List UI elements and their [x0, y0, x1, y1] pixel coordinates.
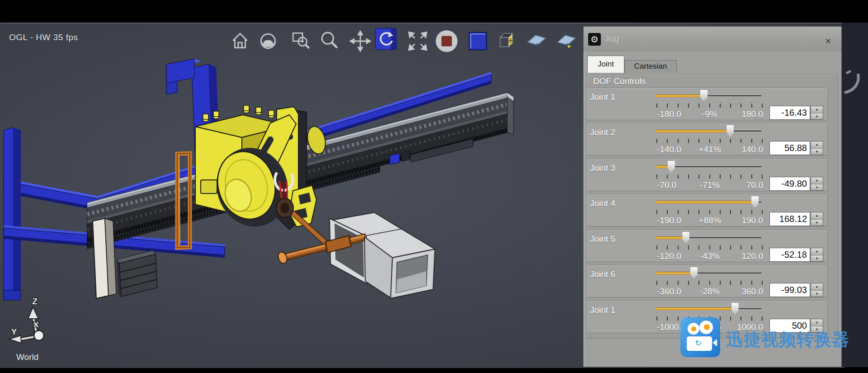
slider-thumb[interactable]	[751, 196, 759, 208]
joint-spinner[interactable]: ▲▼	[811, 212, 823, 226]
jog-panel: ⚙ Jog ✕ Joint Cartesian DOF Controls Joi…	[583, 26, 842, 367]
spin-up-icon[interactable]: ▲	[811, 212, 823, 219]
joint-max: 120.0	[725, 251, 763, 261]
workplane-alt-icon[interactable]	[555, 28, 578, 54]
joint-slider[interactable]	[656, 301, 761, 316]
zoom-icon[interactable]	[318, 28, 341, 54]
joint-value-input[interactable]: -52.18	[769, 248, 810, 262]
axis-x-label: X	[33, 321, 39, 329]
slider-fill	[656, 236, 686, 239]
joint-label: Joint 1	[590, 305, 615, 315]
slider-ticks	[656, 246, 763, 250]
joint-label: Joint 4	[590, 198, 615, 208]
refresh-icon: ↻	[695, 338, 702, 348]
spin-up-icon[interactable]: ▲	[811, 283, 823, 290]
slider-fill	[656, 130, 730, 132]
slider-ticks	[656, 139, 763, 143]
slider-thumb[interactable]	[668, 161, 675, 173]
close-icon[interactable]: ✕	[825, 37, 831, 46]
joint-value-input[interactable]: -49.80	[769, 177, 810, 191]
slider-ticks	[656, 210, 763, 214]
joint-row: Joint 3 -70.0 -71% 70.0 -49.80 ▲▼	[586, 159, 828, 191]
jog-panel-title: Jog	[604, 34, 619, 44]
joint-spinner[interactable]: ▲▼	[811, 177, 823, 191]
joint-value-input[interactable]: -16.43	[769, 106, 810, 120]
tab-joint[interactable]: Joint	[587, 56, 624, 73]
viewport-color-icon[interactable]	[466, 28, 490, 54]
dof-controls-title: DOF Controls	[593, 76, 646, 86]
joint-max: 190.0	[725, 216, 763, 226]
joint-slider[interactable]	[656, 265, 761, 281]
joint-value-input[interactable]: 168.12	[769, 212, 810, 226]
spin-down-icon[interactable]: ▼	[811, 255, 823, 262]
joint-spinner[interactable]: ▲▼	[811, 106, 823, 120]
gear-icon: ⚙	[588, 33, 601, 46]
slider-fill	[656, 201, 755, 203]
rotate-view-icon[interactable]	[375, 27, 398, 52]
slider-ticks	[656, 175, 763, 179]
view-toolbar	[0, 25, 583, 57]
support-post	[93, 218, 116, 298]
fit-view-icon[interactable]	[406, 28, 429, 54]
joint-row: Joint 2 -140.0 +41% 140.0 56.88 ▲▼	[586, 123, 828, 156]
watermark-camera-icon: ↻	[680, 317, 720, 357]
slider-fill	[656, 94, 704, 97]
joint-slider[interactable]	[656, 88, 761, 104]
joint-slider[interactable]	[656, 123, 761, 139]
record-icon[interactable]	[435, 28, 458, 54]
spin-down-icon[interactable]: ▼	[811, 290, 823, 297]
slider-thumb[interactable]	[690, 267, 698, 279]
slider-fill	[656, 307, 735, 310]
spin-up-icon[interactable]: ▲	[811, 248, 823, 255]
joint-value-input[interactable]: 56.88	[769, 141, 810, 155]
joint-slider[interactable]	[656, 194, 761, 210]
joint-max: 70.0	[725, 180, 763, 190]
pan-icon[interactable]	[349, 28, 372, 54]
joint-row: Joint 6 -360.0 -28% 360.0 -99.03 ▲▼	[586, 265, 828, 297]
joint-label: Joint 3	[590, 163, 615, 173]
joint-spinner[interactable]: ▲▼	[811, 248, 823, 262]
tab-cartesian[interactable]: Cartesian	[624, 60, 677, 73]
joint-label: Joint 2	[590, 127, 615, 137]
zoom-window-icon[interactable]	[289, 28, 313, 54]
slider-ticks	[656, 104, 763, 108]
spin-up-icon[interactable]: ▲	[811, 319, 823, 326]
spin-down-icon[interactable]: ▼	[811, 219, 823, 226]
joint-label: Joint 1	[590, 92, 615, 102]
spin-up-icon[interactable]: ▲	[811, 177, 823, 184]
partial-logo-arc	[842, 23, 868, 367]
joint-row: Joint 5 -120.0 -43% 120.0 -52.18 ▲▼	[586, 230, 828, 262]
axis-z-label: Z	[32, 297, 38, 306]
spin-down-icon[interactable]: ▼	[811, 184, 823, 191]
right-edge-strip	[842, 23, 868, 367]
watermark-text: 迅捷视频转换器	[726, 328, 849, 351]
spin-down-icon[interactable]: ▼	[811, 148, 823, 155]
joint-spinner[interactable]: ▲▼	[811, 141, 823, 155]
jog-tabstrip: Joint Cartesian	[584, 52, 841, 73]
slider-thumb[interactable]	[731, 303, 739, 315]
app-window: Z X Y World OGL - HW 35 fps	[0, 0, 868, 373]
joint-slider[interactable]	[656, 159, 761, 175]
joint-max: 360.0	[725, 287, 763, 297]
spin-up-icon[interactable]: ▲	[811, 106, 823, 113]
joint-value-input[interactable]: -99.03	[769, 283, 810, 297]
spin-up-icon[interactable]: ▲	[811, 142, 823, 148]
joint-slider[interactable]	[656, 230, 761, 246]
joint-max: 140.0	[725, 145, 763, 155]
jog-panel-titlebar[interactable]: ⚙ Jog ✕	[584, 27, 841, 52]
slider-thumb[interactable]	[700, 90, 708, 102]
joint-spinner[interactable]: ▲▼	[811, 283, 823, 297]
joint-row: Joint 1 -180.0 -9% 180.0 -16.43 ▲▼	[586, 88, 828, 120]
slider-ticks	[656, 281, 763, 285]
slider-thumb[interactable]	[682, 232, 689, 244]
view-cube-icon[interactable]	[495, 28, 519, 54]
slider-thumb[interactable]	[726, 125, 734, 137]
world-label: World	[16, 352, 38, 362]
spin-down-icon[interactable]: ▼	[811, 113, 823, 120]
joint-label: Joint 5	[590, 234, 615, 244]
joint-row: Joint 4 -190.0 +88% 190.0 168.12 ▲▼	[586, 194, 828, 227]
home-icon[interactable]	[228, 28, 252, 54]
slider-fill	[656, 272, 694, 274]
orbit-view-icon[interactable]	[256, 28, 280, 54]
workplane-icon[interactable]	[525, 28, 548, 54]
